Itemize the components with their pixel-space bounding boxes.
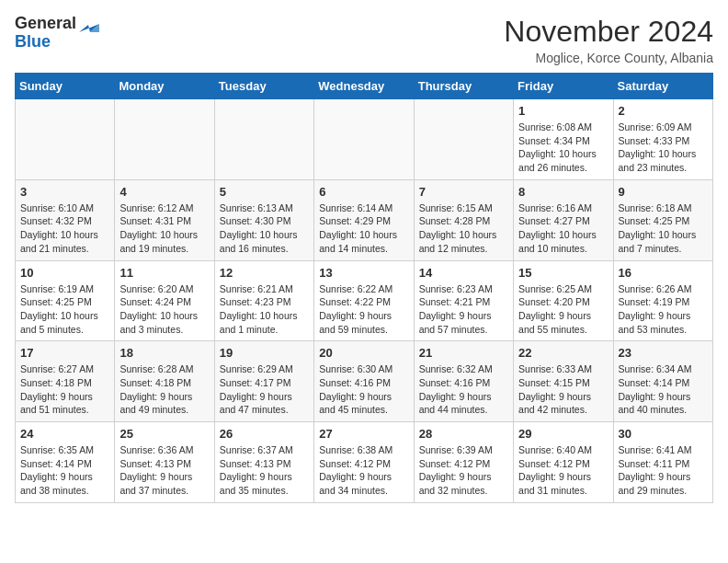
- week-row-4: 17Sunrise: 6:27 AM Sunset: 4:18 PM Dayli…: [16, 341, 713, 422]
- day-number: 3: [20, 185, 109, 199]
- day-cell: 7Sunrise: 6:15 AM Sunset: 4:28 PM Daylig…: [414, 179, 513, 260]
- day-number: 11: [119, 266, 209, 280]
- day-cell: 8Sunrise: 6:16 AM Sunset: 4:27 PM Daylig…: [514, 179, 613, 260]
- week-row-1: 1Sunrise: 6:08 AM Sunset: 4:34 PM Daylig…: [16, 99, 713, 180]
- day-cell: 28Sunrise: 6:39 AM Sunset: 4:12 PM Dayli…: [414, 422, 513, 503]
- day-number: 21: [419, 346, 508, 360]
- day-cell: 1Sunrise: 6:08 AM Sunset: 4:34 PM Daylig…: [514, 99, 613, 180]
- day-cell: 17Sunrise: 6:27 AM Sunset: 4:18 PM Dayli…: [16, 341, 115, 422]
- day-number: 19: [220, 346, 309, 360]
- day-cell: 5Sunrise: 6:13 AM Sunset: 4:30 PM Daylig…: [214, 179, 313, 260]
- day-info: Sunrise: 6:23 AM Sunset: 4:21 PM Dayligh…: [419, 282, 508, 337]
- day-number: 9: [619, 185, 708, 199]
- logo: General Blue: [15, 15, 99, 52]
- title-area: November 2024 Moglice, Korce County, Alb…: [504, 15, 713, 65]
- day-number: 25: [119, 427, 209, 441]
- day-info: Sunrise: 6:08 AM Sunset: 4:34 PM Dayligh…: [518, 121, 608, 175]
- day-info: Sunrise: 6:41 AM Sunset: 4:11 PM Dayligh…: [619, 443, 708, 498]
- day-number: 16: [619, 266, 708, 280]
- logo-bird-icon: [79, 16, 99, 32]
- day-number: 12: [220, 266, 309, 280]
- day-info: Sunrise: 6:19 AM Sunset: 4:25 PM Dayligh…: [20, 282, 109, 337]
- day-info: Sunrise: 6:18 AM Sunset: 4:25 PM Dayligh…: [619, 201, 708, 256]
- day-cell: 3Sunrise: 6:10 AM Sunset: 4:32 PM Daylig…: [16, 179, 115, 260]
- day-number: 20: [319, 346, 408, 360]
- day-info: Sunrise: 6:34 AM Sunset: 4:14 PM Dayligh…: [619, 362, 708, 417]
- day-number: 26: [220, 427, 309, 441]
- col-tuesday: Tuesday: [214, 74, 313, 99]
- day-info: Sunrise: 6:10 AM Sunset: 4:32 PM Dayligh…: [20, 201, 109, 256]
- day-cell: 2Sunrise: 6:09 AM Sunset: 4:33 PM Daylig…: [613, 99, 712, 180]
- day-info: Sunrise: 6:39 AM Sunset: 4:12 PM Dayligh…: [419, 443, 508, 498]
- day-number: 30: [619, 427, 708, 441]
- day-info: Sunrise: 6:29 AM Sunset: 4:17 PM Dayligh…: [220, 362, 309, 417]
- day-number: 10: [20, 266, 109, 280]
- day-cell: [214, 99, 313, 180]
- day-cell: 26Sunrise: 6:37 AM Sunset: 4:13 PM Dayli…: [214, 422, 313, 503]
- day-cell: 24Sunrise: 6:35 AM Sunset: 4:14 PM Dayli…: [16, 422, 115, 503]
- day-cell: [414, 99, 513, 180]
- day-info: Sunrise: 6:40 AM Sunset: 4:12 PM Dayligh…: [518, 443, 608, 498]
- day-cell: 16Sunrise: 6:26 AM Sunset: 4:19 PM Dayli…: [613, 260, 712, 341]
- col-sunday: Sunday: [16, 74, 115, 99]
- day-cell: 6Sunrise: 6:14 AM Sunset: 4:29 PM Daylig…: [314, 179, 414, 260]
- day-info: Sunrise: 6:36 AM Sunset: 4:13 PM Dayligh…: [119, 443, 209, 498]
- day-number: 23: [619, 346, 708, 360]
- day-info: Sunrise: 6:14 AM Sunset: 4:29 PM Dayligh…: [319, 201, 408, 256]
- day-cell: 14Sunrise: 6:23 AM Sunset: 4:21 PM Dayli…: [414, 260, 513, 341]
- day-info: Sunrise: 6:30 AM Sunset: 4:16 PM Dayligh…: [319, 362, 408, 417]
- day-number: 28: [419, 427, 508, 441]
- logo-blue: Blue: [15, 33, 51, 52]
- day-info: Sunrise: 6:16 AM Sunset: 4:27 PM Dayligh…: [518, 201, 608, 256]
- day-info: Sunrise: 6:37 AM Sunset: 4:13 PM Dayligh…: [220, 443, 309, 498]
- calendar-title: November 2024: [504, 15, 713, 49]
- day-cell: 9Sunrise: 6:18 AM Sunset: 4:25 PM Daylig…: [613, 179, 712, 260]
- day-info: Sunrise: 6:35 AM Sunset: 4:14 PM Dayligh…: [20, 443, 109, 498]
- day-info: Sunrise: 6:25 AM Sunset: 4:20 PM Dayligh…: [518, 282, 608, 337]
- day-cell: 22Sunrise: 6:33 AM Sunset: 4:15 PM Dayli…: [514, 341, 613, 422]
- day-number: 29: [518, 427, 608, 441]
- week-row-3: 10Sunrise: 6:19 AM Sunset: 4:25 PM Dayli…: [16, 260, 713, 341]
- day-cell: 30Sunrise: 6:41 AM Sunset: 4:11 PM Dayli…: [613, 422, 712, 503]
- col-thursday: Thursday: [414, 74, 513, 99]
- day-cell: [115, 99, 214, 180]
- day-info: Sunrise: 6:12 AM Sunset: 4:31 PM Dayligh…: [119, 201, 209, 256]
- day-info: Sunrise: 6:33 AM Sunset: 4:15 PM Dayligh…: [518, 362, 608, 417]
- day-cell: 12Sunrise: 6:21 AM Sunset: 4:23 PM Dayli…: [214, 260, 313, 341]
- day-cell: 11Sunrise: 6:20 AM Sunset: 4:24 PM Dayli…: [115, 260, 214, 341]
- col-saturday: Saturday: [613, 74, 712, 99]
- day-cell: 18Sunrise: 6:28 AM Sunset: 4:18 PM Dayli…: [115, 341, 214, 422]
- day-info: Sunrise: 6:21 AM Sunset: 4:23 PM Dayligh…: [220, 282, 309, 337]
- day-number: 27: [319, 427, 408, 441]
- day-cell: 25Sunrise: 6:36 AM Sunset: 4:13 PM Dayli…: [115, 422, 214, 503]
- day-number: 8: [518, 185, 608, 199]
- day-cell: [16, 99, 115, 180]
- day-number: 2: [619, 104, 708, 118]
- day-cell: 19Sunrise: 6:29 AM Sunset: 4:17 PM Dayli…: [214, 341, 313, 422]
- day-info: Sunrise: 6:15 AM Sunset: 4:28 PM Dayligh…: [419, 201, 508, 256]
- day-info: Sunrise: 6:09 AM Sunset: 4:33 PM Dayligh…: [619, 121, 708, 175]
- calendar-subtitle: Moglice, Korce County, Albania: [504, 51, 713, 65]
- day-number: 15: [518, 266, 608, 280]
- day-number: 17: [20, 346, 109, 360]
- logo-general: General: [15, 15, 76, 33]
- day-number: 5: [220, 185, 309, 199]
- col-friday: Friday: [514, 74, 613, 99]
- day-info: Sunrise: 6:28 AM Sunset: 4:18 PM Dayligh…: [119, 362, 209, 417]
- header-row: Sunday Monday Tuesday Wednesday Thursday…: [16, 74, 713, 99]
- day-number: 24: [20, 427, 109, 441]
- day-cell: 23Sunrise: 6:34 AM Sunset: 4:14 PM Dayli…: [613, 341, 712, 422]
- day-number: 14: [419, 266, 508, 280]
- day-number: 18: [119, 346, 209, 360]
- day-info: Sunrise: 6:38 AM Sunset: 4:12 PM Dayligh…: [319, 443, 408, 498]
- day-number: 6: [319, 185, 408, 199]
- day-number: 22: [518, 346, 608, 360]
- day-cell: 20Sunrise: 6:30 AM Sunset: 4:16 PM Dayli…: [314, 341, 414, 422]
- day-number: 7: [419, 185, 508, 199]
- day-info: Sunrise: 6:13 AM Sunset: 4:30 PM Dayligh…: [220, 201, 309, 256]
- header: General Blue November 2024 Moglice, Korc…: [15, 15, 713, 65]
- day-cell: 10Sunrise: 6:19 AM Sunset: 4:25 PM Dayli…: [16, 260, 115, 341]
- day-number: 1: [518, 104, 608, 118]
- day-cell: 29Sunrise: 6:40 AM Sunset: 4:12 PM Dayli…: [514, 422, 613, 503]
- day-number: 4: [119, 185, 209, 199]
